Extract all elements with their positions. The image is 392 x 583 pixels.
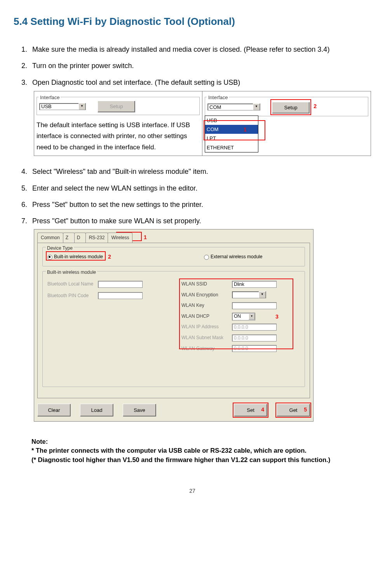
device-type-label: Device Type (46, 244, 74, 253)
wlan-ssid-label: WLAN SSID (181, 280, 232, 289)
interface-figure: Interface USB ▼ Setup The default interf… (34, 91, 371, 156)
save-button[interactable]: Save (123, 404, 156, 417)
setup-button-disabled: Setup (98, 101, 135, 112)
bt-name-label: Bluetooth Local Name (47, 280, 98, 289)
chevron-down-icon: ▼ (259, 291, 266, 298)
wlan-enc-select[interactable]: ▼ (232, 291, 266, 298)
wlan-gw-input[interactable] (232, 345, 277, 352)
tab-rs232[interactable]: RS-232 (85, 233, 108, 243)
tab-wireless[interactable]: Wireless (108, 233, 132, 243)
step-7: Press "Get" button to make sure WLAN is … (29, 215, 371, 422)
wlan-key-label: WLAN Key (181, 301, 232, 310)
radio-external[interactable]: External wireless module (204, 253, 262, 261)
marker-wl-2: 2 (108, 252, 111, 262)
wlan-ip-label: WLAN IP Address (181, 323, 232, 331)
wlan-mask-label: WLAN Subnet Mask (181, 334, 232, 342)
step-3: Open Diagnostic tool and set interface. … (29, 76, 371, 156)
marker-wl-5: 5 (304, 405, 307, 415)
chevron-down-icon: ▼ (249, 313, 255, 320)
step-7-text: Press "Get" button to make sure WLAN is … (32, 217, 201, 225)
wlan-ip-input[interactable] (232, 324, 277, 331)
interface-left-panel: Interface USB ▼ Setup The default interf… (34, 91, 202, 156)
wlan-dhcp-value: ON (234, 312, 241, 321)
dropdown-option-usb[interactable]: USB (205, 116, 258, 125)
wlan-ssid-input[interactable] (232, 281, 277, 288)
tab-d[interactable]: D (74, 233, 86, 243)
chevron-down-icon: ▼ (253, 103, 260, 110)
interface-legend: Interface (39, 93, 61, 102)
button-row: Clear Load Save Set 4 Get 5 (37, 404, 310, 417)
step-6: Press "Set" button to set the new settin… (29, 198, 371, 211)
radio-icon (204, 255, 209, 260)
section-heading: 5.4 Setting Wi-Fi by Diagnostic Tool (Op… (14, 16, 371, 28)
note-line-1: * The printer connects with the computer… (31, 446, 362, 455)
bluetooth-column: Bluetooth Local Name Bluetooth PIN Code (47, 280, 166, 355)
page-number: 27 (14, 488, 371, 494)
tab-z[interactable]: Z (63, 233, 75, 243)
dropdown-option-lpt[interactable]: LPT (205, 134, 258, 143)
interface-right-panel: Interface COM ▼ Setup 2 (202, 91, 371, 156)
chevron-down-icon: ▼ (78, 103, 85, 110)
wlan-gw-label: WLAN Gateway (181, 345, 232, 353)
step-list: Make sure the media is already installed… (29, 43, 371, 422)
note-line-2: (* Diagnostic tool higher than V1.50 and… (31, 455, 362, 464)
tab-common[interactable]: Common (37, 233, 63, 243)
interface-fieldset-left: Interface USB ▼ Setup (37, 97, 200, 115)
wlan-mask-input[interactable] (232, 334, 277, 341)
tab-strip: Common Z D RS-232 Wireless 1 (37, 233, 310, 243)
interface-caption: The default interface setting is USB int… (37, 120, 200, 154)
step-2: Turn on the printer power switch. (29, 60, 371, 72)
dropdown-option-ethernet[interactable]: ETHERNET (205, 143, 258, 152)
marker-2: 2 (314, 102, 317, 111)
step-1: Make sure the media is already installed… (29, 43, 371, 56)
note-title: Note: (31, 437, 362, 446)
tab-body-wireless: Device Type Built-in wireless module 2 E… (37, 243, 310, 398)
interface-select-com-value: COM (209, 103, 221, 112)
dropdown-option-com[interactable]: COM (205, 125, 258, 134)
step-4: Select "Wireless" tab and "Built-in wire… (29, 165, 371, 178)
interface-select-com[interactable]: COM ▼ (207, 103, 260, 110)
wlan-dhcp-label: WLAN DHCP (181, 312, 232, 321)
radio-builtin[interactable]: Built-in wireless module 2 (47, 253, 103, 261)
wlan-key-input[interactable] (232, 302, 277, 309)
radio-builtin-label: Built-in wireless module (54, 253, 103, 261)
marker-wl-4: 4 (261, 405, 264, 415)
interface-select-value: USB (41, 102, 52, 111)
wireless-panel: Common Z D RS-232 Wireless 1 Device Type… (34, 229, 314, 422)
interface-dropdown-list[interactable]: USB COM LPT ETHERNET (205, 116, 258, 153)
wlan-dhcp-select[interactable]: ON ▼ (232, 313, 255, 320)
bt-pin-label: Bluetooth PIN Code (47, 292, 98, 300)
setup-button[interactable]: Setup (272, 102, 310, 113)
bt-pin-input[interactable] (98, 292, 143, 299)
wlan-column: 3 WLAN SSID WLAN Encryption ▼ (181, 280, 300, 355)
device-type-group: Device Type Built-in wireless module 2 E… (42, 247, 305, 266)
radio-external-label: External wireless module (211, 253, 262, 261)
interface-select-usb[interactable]: USB ▼ (39, 103, 86, 110)
note-block: Note: * The printer connects with the co… (31, 437, 362, 464)
clear-button[interactable]: Clear (37, 404, 71, 417)
builtin-group-label: Built-in wireless module (46, 268, 97, 277)
marker-1: 1 (244, 125, 247, 135)
builtin-module-group: Built-in wireless module Bluetooth Local… (42, 271, 305, 387)
interface-fieldset-right: Interface COM ▼ Setup 2 (205, 97, 368, 116)
marker-wl-3: 3 (275, 312, 279, 322)
step-5: Enter and select the new WLAN settings i… (29, 182, 371, 194)
step-3-text: Open Diagnostic tool and set interface. … (32, 79, 240, 86)
marker-wl-1: 1 (144, 233, 147, 242)
wlan-enc-label: WLAN Encryption (181, 291, 232, 299)
load-button[interactable]: Load (80, 404, 113, 417)
radio-icon (47, 255, 52, 260)
bt-name-input[interactable] (98, 281, 143, 288)
